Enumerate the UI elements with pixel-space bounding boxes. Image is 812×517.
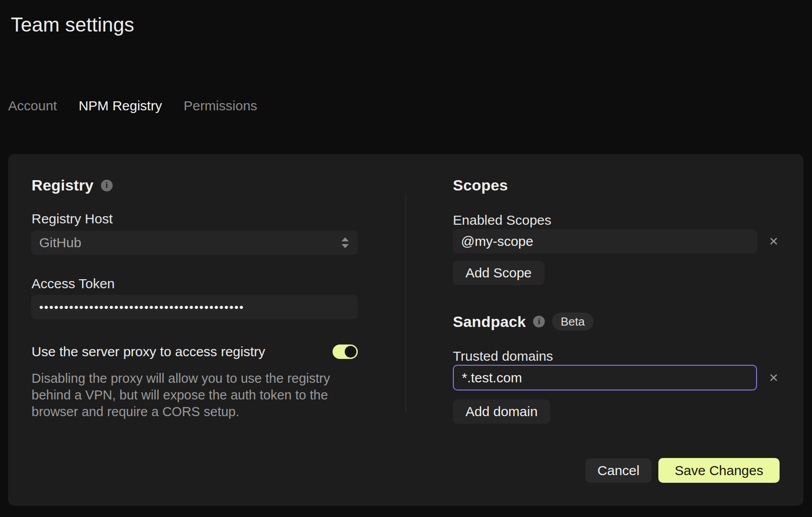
remove-scope-button[interactable]: ✕ — [767, 234, 780, 249]
add-domain-button[interactable]: Add domain — [453, 399, 550, 424]
tab-account[interactable]: Account — [8, 98, 57, 113]
team-settings-page: Team settings Account NPM Registry Permi… — [0, 0, 812, 517]
registry-host-select[interactable]: GitHub — [31, 231, 358, 255]
sandpack-heading: Sandpack — [453, 313, 526, 331]
proxy-description-line: Disabling the proxy will allow you to us… — [32, 370, 338, 387]
proxy-toggle-label: Use the server proxy to access registry — [32, 344, 265, 359]
page-title: Team settings — [11, 14, 134, 36]
access-token-label: Access Token — [32, 276, 115, 291]
scopes-heading: Scopes — [453, 177, 508, 194]
sandpack-heading-row: Sandpack i Beta — [453, 313, 593, 331]
registry-info-icon[interactable]: i — [101, 180, 113, 191]
trusted-domains-label: Trusted domains — [453, 349, 553, 364]
save-changes-button[interactable]: Save Changes — [658, 458, 780, 483]
beta-badge: Beta — [552, 313, 593, 331]
proxy-toggle[interactable] — [333, 345, 358, 359]
registry-heading: Registry — [32, 177, 94, 194]
column-divider — [406, 194, 406, 413]
proxy-description-line: browser and require a CORS setup. — [32, 404, 338, 420]
proxy-description-line: behind a VPN, but will expose the auth t… — [32, 387, 338, 404]
cancel-button[interactable]: Cancel — [585, 458, 652, 483]
trusted-domain-input[interactable] — [453, 365, 757, 390]
npm-registry-panel: Registry i Registry Host GitHub Access T… — [8, 154, 803, 506]
registry-heading-row: Registry i — [32, 177, 113, 194]
registry-host-label: Registry Host — [32, 211, 113, 227]
tab-npm-registry[interactable]: NPM Registry — [78, 98, 162, 113]
remove-domain-button[interactable]: ✕ — [767, 370, 780, 385]
registry-host-value: GitHub — [39, 235, 81, 250]
proxy-toggle-row: Use the server proxy to access registry — [31, 344, 358, 359]
proxy-description: Disabling the proxy will allow you to us… — [32, 370, 338, 420]
scope-input[interactable] — [453, 229, 757, 254]
sandpack-info-icon[interactable]: i — [533, 316, 545, 327]
proxy-toggle-knob — [345, 346, 356, 358]
domain-row: ✕ — [453, 365, 780, 390]
scopes-heading-row: Scopes — [453, 177, 508, 194]
enabled-scopes-label: Enabled Scopes — [453, 213, 552, 228]
scope-row: ✕ — [453, 229, 780, 254]
access-token-input[interactable] — [31, 295, 358, 319]
footer-actions: Cancel Save Changes — [585, 458, 780, 483]
settings-tabs: Account NPM Registry Permissions — [8, 98, 257, 113]
add-scope-button[interactable]: Add Scope — [453, 261, 544, 285]
select-chevrons-icon — [341, 237, 350, 249]
tab-permissions[interactable]: Permissions — [183, 98, 257, 113]
